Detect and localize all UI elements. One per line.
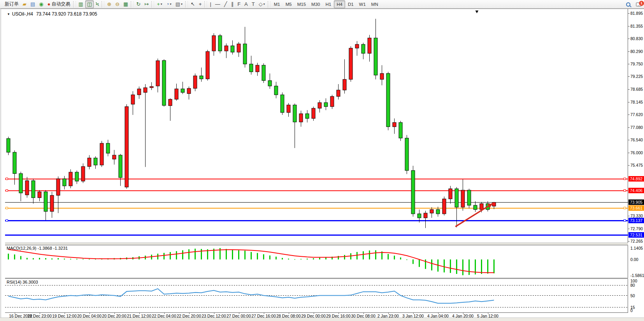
macd-bar (226, 249, 227, 259)
indicators-add-icon[interactable]: +▾ (155, 0, 164, 8)
candle (243, 27, 247, 67)
macd-bar (450, 259, 451, 273)
macd-bar (487, 259, 488, 273)
price-tick-label: 80.290 (630, 49, 643, 54)
macd-pane[interactable] (5, 245, 628, 278)
candle-body (88, 158, 91, 166)
search-icon[interactable] (626, 2, 630, 7)
candle-body (449, 189, 452, 199)
timeframe-m30-button[interactable]: M30 (309, 0, 323, 8)
text-label-icon: T (252, 1, 255, 8)
text-icon[interactable]: A (242, 0, 250, 8)
line-handle[interactable] (6, 190, 8, 192)
candle-body (237, 44, 240, 52)
macd-tick-label: 0.00 (630, 257, 638, 262)
candle (330, 95, 334, 109)
trendline-icon[interactable]: ╱ (222, 0, 229, 8)
signals-icon[interactable]: ◉ (37, 0, 45, 8)
price-pane[interactable] (5, 10, 628, 243)
market-watch-icon[interactable]: ▤ (28, 0, 37, 8)
auto-scroll-icon[interactable]: ↻ (134, 0, 142, 8)
rsi-pane[interactable] (5, 279, 628, 312)
bar-chart-icon[interactable]: ▥ (77, 0, 85, 8)
price-axis[interactable]: 81.89581.35580.83080.29079.75079.22578.6… (628, 9, 644, 318)
timeframe-m15-button[interactable]: M15 (295, 0, 309, 8)
candle-body (343, 79, 346, 90)
chart-plot-area[interactable]: ▼ USOil-,H4 73.744 73.920 73.618 73.905 … (5, 9, 628, 318)
zoom-out-icon[interactable]: ⊖ (113, 0, 121, 8)
line-handle[interactable] (624, 220, 626, 222)
zoom-in-icon[interactable]: ⊕ (105, 0, 113, 8)
fibonacci-icon[interactable]: F (235, 0, 242, 8)
line-handle[interactable] (624, 207, 626, 209)
candle-body (150, 86, 153, 88)
one-click-trading-toggle-icon[interactable]: ▼ (7, 12, 10, 16)
text-label-icon[interactable]: T (250, 0, 257, 8)
candle-body (299, 114, 303, 122)
time-axis[interactable]: 16 Dec 202218 Dec 23:0019 Dec 12:0020 De… (5, 312, 628, 318)
candle-body (256, 65, 259, 72)
candle (94, 156, 97, 169)
candlestick-chart-icon[interactable]: ◫ (85, 0, 94, 8)
vertical-line-icon: | (210, 1, 211, 8)
timeframe-h4-button[interactable]: H4 (334, 0, 345, 8)
timeframe-mn-button[interactable]: MN (369, 0, 381, 8)
macd-bar (26, 258, 28, 259)
price-tick-label: 80.830 (630, 36, 643, 41)
candle-body (455, 189, 458, 207)
horizontal-line-icon[interactable]: — (213, 0, 222, 8)
cursor-arrow-icon[interactable]: ↖ (189, 0, 197, 8)
equidistant-channel-icon[interactable]: ∥ (229, 0, 236, 8)
candle-body (399, 122, 402, 138)
line-handle[interactable] (6, 178, 8, 180)
candle (386, 72, 390, 130)
candle (337, 84, 340, 99)
crosshair-icon: + (199, 1, 202, 8)
auto-trading-button[interactable]: ●自动交易 (46, 0, 72, 8)
line-handle[interactable] (624, 178, 626, 180)
macd-bar (45, 258, 46, 259)
macd-bar (493, 259, 495, 273)
crosshair-icon[interactable]: + (197, 0, 204, 8)
candle (106, 140, 110, 157)
line-handle[interactable] (6, 207, 8, 209)
periods-clock-icon: ◔ (166, 1, 169, 8)
vertical-line-icon[interactable]: | (208, 0, 213, 8)
macd-bar (319, 258, 320, 259)
chart-shift-marker-icon[interactable] (476, 11, 479, 13)
candle-body (492, 202, 496, 206)
line-handle[interactable] (6, 220, 8, 222)
rsi-tick-label: 50 (630, 293, 635, 298)
chart-shift-icon: ↦ (144, 1, 149, 8)
price-line-label: 74.406 (628, 188, 644, 193)
candle (355, 41, 359, 56)
periods-clock-icon[interactable]: ◔▾ (164, 0, 174, 8)
line-chart-icon[interactable]: Ϟ (94, 0, 101, 8)
candle (150, 82, 153, 90)
macd-bar (263, 254, 264, 259)
new-order-button[interactable]: 新订单 (2, 0, 21, 8)
notifications-chat-icon[interactable]: 1 (636, 2, 642, 7)
timeframe-m1-button[interactable]: M1 (271, 0, 283, 8)
candle (312, 107, 315, 121)
candle (374, 19, 377, 79)
timeframe-h1-button[interactable]: H1 (323, 0, 334, 8)
candle (218, 34, 222, 53)
timeframe-m5-button[interactable]: M5 (283, 0, 295, 8)
candle-body (212, 35, 216, 51)
candle (69, 169, 72, 189)
chart-window[interactable]: ▼ USOil-,H4 73.744 73.920 73.618 73.905 … (0, 9, 644, 317)
shapes-icon[interactable]: ◇▾ (257, 0, 267, 8)
timeframe-w1-button[interactable]: W1 (356, 0, 369, 8)
chart-window-icon[interactable]: ▰ (21, 0, 28, 8)
candle (405, 135, 409, 174)
timeframe-d1-button[interactable]: D1 (345, 0, 356, 8)
new-order-button-label: 新订单 (5, 1, 19, 7)
macd-bar (51, 258, 53, 259)
candle-body (218, 35, 222, 51)
tile-windows-icon[interactable]: ▦ (121, 0, 130, 8)
chart-shift-icon[interactable]: ↦ (142, 0, 151, 8)
templates-icon[interactable]: ▧▾ (174, 0, 184, 8)
line-handle[interactable] (624, 190, 626, 192)
candle-body (125, 107, 128, 187)
